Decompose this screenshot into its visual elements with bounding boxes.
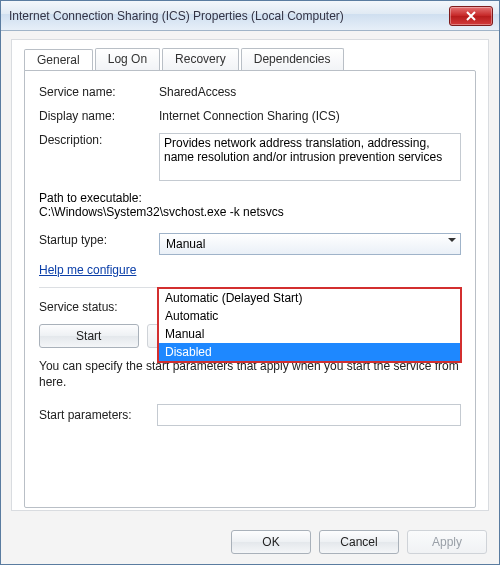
close-button[interactable] bbox=[449, 6, 493, 26]
label-description: Description: bbox=[39, 133, 159, 147]
tab-general[interactable]: General bbox=[24, 49, 93, 72]
tab-recovery[interactable]: Recovery bbox=[162, 48, 239, 71]
startup-type-select[interactable]: Manual bbox=[159, 233, 461, 255]
startup-type-value: Manual bbox=[166, 237, 205, 251]
panel: General Log On Recovery Dependencies Ser… bbox=[11, 39, 489, 511]
tab-strip: General Log On Recovery Dependencies bbox=[24, 48, 476, 71]
tab-body-general: Service name: SharedAccess Display name:… bbox=[24, 70, 476, 508]
cancel-button[interactable]: Cancel bbox=[319, 530, 399, 554]
label-service-name: Service name: bbox=[39, 85, 159, 99]
start-params-input[interactable] bbox=[157, 404, 461, 426]
option-automatic[interactable]: Automatic bbox=[159, 307, 460, 325]
value-service-name: SharedAccess bbox=[159, 85, 461, 99]
label-service-status: Service status: bbox=[39, 300, 159, 314]
label-start-params: Start parameters: bbox=[39, 408, 149, 422]
startup-type-dropdown[interactable]: Automatic (Delayed Start) Automatic Manu… bbox=[157, 287, 462, 363]
option-automatic-delayed[interactable]: Automatic (Delayed Start) bbox=[159, 289, 460, 307]
value-display-name: Internet Connection Sharing (ICS) bbox=[159, 109, 461, 123]
option-manual[interactable]: Manual bbox=[159, 325, 460, 343]
close-icon bbox=[466, 11, 476, 21]
tab-dependencies[interactable]: Dependencies bbox=[241, 48, 344, 71]
tab-logon[interactable]: Log On bbox=[95, 48, 160, 71]
label-path: Path to executable: bbox=[39, 191, 461, 205]
properties-dialog: Internet Connection Sharing (ICS) Proper… bbox=[0, 0, 500, 565]
client-area: General Log On Recovery Dependencies Ser… bbox=[1, 31, 499, 564]
value-path: C:\Windows\System32\svchost.exe -k netsv… bbox=[39, 205, 461, 219]
option-disabled[interactable]: Disabled bbox=[159, 343, 460, 361]
dialog-buttons: OK Cancel Apply bbox=[231, 530, 487, 554]
description-textarea[interactable] bbox=[159, 133, 461, 181]
window-title: Internet Connection Sharing (ICS) Proper… bbox=[9, 9, 449, 23]
titlebar[interactable]: Internet Connection Sharing (ICS) Proper… bbox=[1, 1, 499, 31]
start-button[interactable]: Start bbox=[39, 324, 139, 348]
apply-button: Apply bbox=[407, 530, 487, 554]
help-configure-link[interactable]: Help me configure bbox=[39, 263, 136, 277]
chevron-down-icon bbox=[448, 238, 456, 246]
label-display-name: Display name: bbox=[39, 109, 159, 123]
ok-button[interactable]: OK bbox=[231, 530, 311, 554]
label-startup-type: Startup type: bbox=[39, 233, 159, 247]
